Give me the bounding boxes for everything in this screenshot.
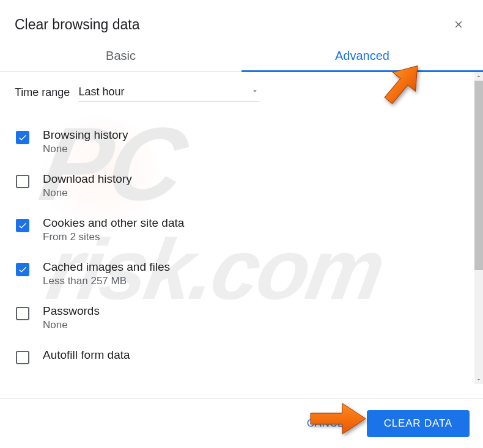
- tab-basic[interactable]: Basic: [0, 40, 242, 72]
- checkbox[interactable]: [16, 175, 29, 188]
- item-title: Cookies and other site data: [43, 216, 184, 230]
- item-title: Autofill form data: [43, 348, 130, 362]
- checkbox[interactable]: [16, 351, 29, 364]
- list-item: Cookies and other site dataFrom 2 sites: [15, 208, 470, 252]
- dialog-header: Clear browsing data: [0, 0, 483, 40]
- checkbox[interactable]: [16, 131, 29, 144]
- close-icon: [453, 19, 464, 30]
- scrollbar-up-icon[interactable]: [474, 72, 483, 81]
- list-item: Download historyNone: [15, 164, 470, 208]
- time-range-label: Time range: [15, 86, 70, 99]
- cancel-button[interactable]: CANCEL: [298, 411, 359, 436]
- clear-browsing-data-dialog: PC risk.com Clear browsing data Basic Ad…: [0, 0, 483, 448]
- checkbox[interactable]: [16, 263, 29, 276]
- scrollbar-thumb[interactable]: [474, 81, 483, 270]
- item-title: Browsing history: [43, 128, 128, 142]
- item-subtitle: None: [43, 319, 100, 331]
- clear-data-button-label: CLEAR DATA: [384, 417, 452, 429]
- tab-advanced-label: Advanced: [335, 49, 389, 62]
- settings-scroll[interactable]: Time range Last hour Browsing historyNon…: [0, 72, 474, 384]
- item-text: Download historyNone: [43, 172, 132, 199]
- item-title: Cached images and files: [43, 260, 170, 274]
- list-item: Autofill form data: [15, 340, 470, 373]
- item-text: Cookies and other site dataFrom 2 sites: [43, 216, 184, 243]
- scrollbar[interactable]: [474, 72, 483, 384]
- list-item: PasswordsNone: [15, 296, 470, 340]
- content-area: Time range Last hour Browsing historyNon…: [0, 72, 483, 384]
- item-title: Download history: [43, 172, 132, 186]
- dialog-footer: CANCEL CLEAR DATA: [0, 398, 483, 448]
- item-title: Passwords: [43, 304, 100, 318]
- checkbox[interactable]: [16, 307, 29, 320]
- time-range-dropdown[interactable]: Last hour: [78, 83, 259, 101]
- item-text: Browsing historyNone: [43, 128, 128, 155]
- tab-basic-label: Basic: [106, 49, 136, 62]
- time-range-row: Time range Last hour: [15, 83, 470, 101]
- clear-data-button[interactable]: CLEAR DATA: [367, 410, 470, 437]
- item-text: PasswordsNone: [43, 304, 100, 331]
- tab-bar: Basic Advanced: [0, 40, 483, 72]
- list-item: Browsing historyNone: [15, 120, 470, 164]
- item-subtitle: Less than 257 MB: [43, 275, 170, 287]
- check-icon: [18, 221, 28, 230]
- checkbox[interactable]: [16, 219, 29, 232]
- item-text: Autofill form data: [43, 348, 130, 362]
- cancel-button-label: CANCEL: [307, 417, 351, 429]
- dialog-title: Clear browsing data: [15, 17, 140, 33]
- item-subtitle: None: [43, 143, 128, 155]
- item-subtitle: None: [43, 187, 132, 199]
- check-icon: [18, 133, 28, 142]
- close-button[interactable]: [449, 15, 468, 34]
- item-subtitle: From 2 sites: [43, 231, 184, 243]
- tab-advanced[interactable]: Advanced: [242, 40, 483, 72]
- check-icon: [18, 265, 28, 274]
- item-text: Cached images and filesLess than 257 MB: [43, 260, 170, 287]
- list-item: Cached images and filesLess than 257 MB: [15, 252, 470, 296]
- scrollbar-down-icon[interactable]: [474, 375, 483, 384]
- time-range-value: Last hour: [78, 86, 124, 98]
- chevron-down-icon: [251, 87, 259, 98]
